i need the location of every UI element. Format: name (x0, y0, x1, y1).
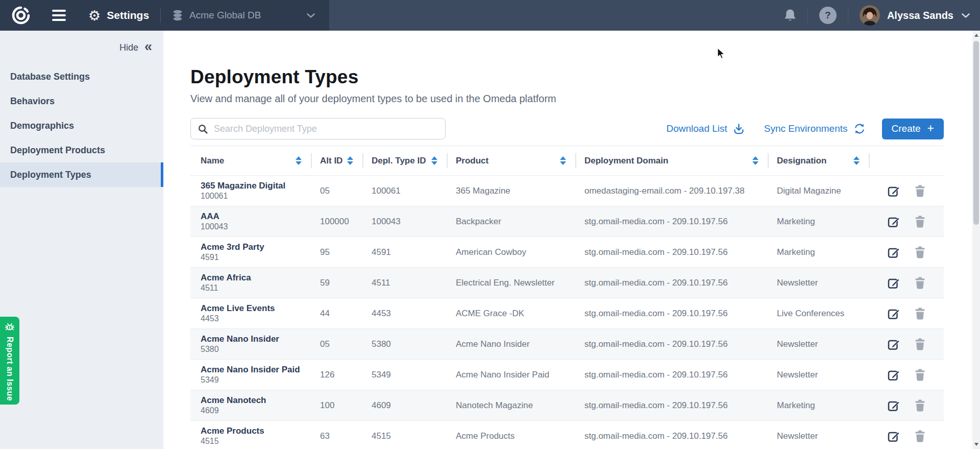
hamburger-menu-icon[interactable] (52, 10, 66, 21)
edit-icon[interactable] (887, 246, 900, 259)
sort-arrows-icon (752, 156, 758, 165)
trash-icon[interactable] (915, 399, 925, 412)
download-list-link[interactable]: Download List (667, 123, 745, 135)
report-an-issue-tab[interactable]: Report an Issue (0, 317, 19, 405)
edit-icon[interactable] (887, 399, 900, 412)
cell-product: American Cowboy (447, 247, 575, 257)
database-selector[interactable]: Acme Global DB (172, 10, 329, 21)
sort-arrows-icon (296, 156, 302, 165)
scroll-up-arrow[interactable] (972, 31, 980, 39)
sidebar-item-demographics[interactable]: Demographics (0, 113, 163, 138)
cell-name: Acme Live Events 4453 (190, 303, 311, 324)
cell-alt-id: 126 (311, 370, 362, 380)
column-header-alt-id[interactable]: Alt ID (311, 146, 362, 175)
search-box (190, 118, 446, 139)
trash-icon[interactable] (915, 277, 925, 289)
cell-name: AAA 100043 (190, 211, 311, 232)
column-header-designation[interactable]: Designation (768, 146, 869, 175)
cell-alt-id: 95 (311, 247, 362, 257)
sort-arrows-icon (347, 156, 353, 165)
sidebar-item-behaviors[interactable]: Behaviors (0, 89, 163, 113)
cell-domain: stg.omail-media.com - 209.10.197.56 (575, 247, 768, 257)
cell-product: Acme Nano Insider (447, 339, 575, 349)
navbar-right-section: ? Alyssa Sands (784, 0, 980, 31)
bug-icon (4, 321, 15, 333)
edit-icon[interactable] (887, 184, 900, 198)
edit-icon[interactable] (887, 368, 900, 382)
cell-domain: stg.omail-media.com - 209.10.197.56 (575, 400, 768, 411)
cell-designation: Marketing (768, 217, 869, 227)
cell-name: Acme 3rd Party 4591 (190, 242, 311, 263)
cell-designation: Newsletter (768, 431, 869, 441)
cell-alt-id: 44 (311, 309, 362, 319)
column-header-depl-type-id[interactable]: Depl. Type ID (362, 146, 447, 175)
cell-actions (869, 368, 944, 382)
edit-icon[interactable] (887, 307, 900, 320)
user-name[interactable]: Alyssa Sands (887, 10, 953, 21)
scrollbar-thumb[interactable] (973, 41, 979, 225)
trash-icon[interactable] (915, 369, 925, 381)
help-icon[interactable]: ? (819, 7, 837, 24)
user-menu-chevron-icon[interactable] (962, 13, 970, 18)
edit-icon[interactable] (887, 276, 900, 290)
cell-alt-id: 05 (311, 339, 362, 349)
cell-alt-id: 100000 (311, 217, 362, 227)
search-icon (198, 124, 208, 134)
sync-environments-link[interactable]: Sync Environments (764, 123, 866, 135)
cell-product: Electrical Eng. Newsletter (447, 278, 575, 288)
cell-designation: Newsletter (768, 370, 869, 380)
cell-actions (869, 215, 944, 228)
cell-actions (869, 246, 944, 259)
page-subtitle: View and manage all of your deployment t… (190, 93, 944, 105)
sidebar-item-deployment-products[interactable]: Deployment Products (0, 138, 163, 162)
create-button[interactable]: Create + (882, 119, 944, 139)
cell-actions (869, 184, 944, 198)
avatar[interactable] (860, 5, 880, 26)
cell-depl-type-id: 4609 (362, 400, 447, 411)
trash-icon[interactable] (915, 246, 925, 258)
cell-actions (869, 399, 944, 412)
cell-depl-type-id: 5380 (362, 339, 447, 349)
trash-icon[interactable] (915, 430, 925, 442)
cell-name: Acme Africa 4511 (190, 272, 311, 293)
cell-alt-id: 63 (311, 431, 362, 441)
cell-name: Acme Nanotech 4609 (190, 395, 311, 416)
cell-product: Backpacker (447, 217, 575, 227)
sidebar-item-deployment-types[interactable]: Deployment Types (0, 162, 163, 187)
table-row: Acme Nanotech 4609 100 4609 Nanotech Mag… (190, 390, 944, 421)
edit-icon[interactable] (887, 215, 900, 228)
sidebar-item-database-settings[interactable]: Database Settings (0, 64, 163, 89)
sidebar-hide-button[interactable]: Hide « (0, 31, 163, 64)
scroll-down-arrow[interactable] (972, 440, 980, 448)
search-input[interactable] (190, 118, 446, 139)
table-row: Acme Africa 4511 59 4511 Electrical Eng.… (190, 268, 944, 298)
navbar-divider (848, 8, 848, 23)
nav-settings[interactable]: ⚙ Settings (88, 9, 149, 22)
cell-designation: Marketing (768, 400, 869, 411)
cell-designation: Live Conferences (768, 309, 869, 319)
trash-icon[interactable] (915, 216, 925, 228)
edit-icon[interactable] (887, 338, 900, 351)
notifications-bell-icon[interactable] (784, 9, 796, 22)
cell-depl-type-id: 4515 (362, 431, 447, 441)
column-header-product[interactable]: Product (447, 146, 575, 175)
cell-name: Acme Products 4515 (190, 426, 311, 446)
trash-icon[interactable] (915, 185, 925, 197)
column-header-deployment-domain[interactable]: Deployment Domain (575, 146, 768, 175)
deployment-types-table: Name Alt ID Depl. Type ID Product Deploy… (190, 146, 944, 449)
cell-product: Acme Products (447, 431, 575, 441)
trash-icon[interactable] (915, 338, 925, 350)
table-row: Acme Products 4515 63 4515 Acme Products… (190, 421, 944, 449)
cell-depl-type-id: 100043 (362, 217, 447, 227)
trash-icon[interactable] (915, 308, 925, 320)
cell-designation: Newsletter (768, 278, 869, 288)
table-row: Acme 3rd Party 4591 95 4591 American Cow… (190, 237, 944, 268)
top-navbar: ⚙ Settings Acme Global DB (0, 0, 980, 31)
omeda-logo-icon[interactable] (10, 5, 32, 26)
cell-domain: stg.omail-media.com - 209.10.197.56 (575, 431, 768, 441)
edit-icon[interactable] (887, 430, 900, 443)
collapse-chevrons-icon: « (144, 40, 152, 54)
cell-alt-id: 59 (311, 278, 362, 288)
column-header-name[interactable]: Name (190, 146, 311, 175)
table-body: 365 Magazine Digital 100061 05 100061 36… (190, 176, 944, 449)
